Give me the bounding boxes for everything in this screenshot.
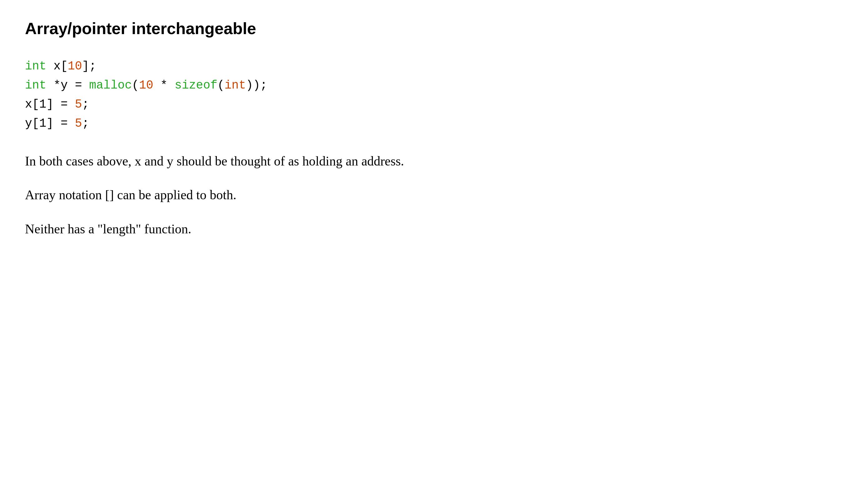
code-text: (	[132, 79, 139, 92]
code-text: ];	[82, 59, 96, 73]
page-title: Array/pointer interchangeable	[25, 19, 412, 38]
keyword-int-2: int	[25, 79, 46, 92]
code-text: x[1] =	[25, 97, 75, 111]
function-sizeof: sizeof	[175, 79, 217, 92]
number-10-1: 10	[68, 59, 82, 73]
code-text: y[1] =	[25, 117, 75, 130]
paragraph-1: In both cases above, x and y should be t…	[25, 152, 412, 171]
code-text: ));	[246, 79, 267, 92]
number-5-2: 5	[75, 117, 82, 130]
function-malloc: malloc	[89, 79, 132, 92]
code-line-4: y[1] = 5;	[25, 114, 412, 133]
code-text: ;	[82, 117, 89, 130]
code-text: ;	[82, 97, 89, 111]
code-text: *y =	[46, 79, 89, 92]
code-block: int x[10]; int *y = malloc(10 * sizeof(i…	[25, 57, 412, 133]
code-line-2: int *y = malloc(10 * sizeof(int));	[25, 76, 412, 95]
paragraph-3: Neither has a "length" function.	[25, 220, 412, 238]
code-line-1: int x[10];	[25, 57, 412, 76]
code-text: *	[153, 79, 175, 92]
keyword-int-1: int	[25, 59, 46, 73]
paragraph-2: Array notation [] can be applied to both…	[25, 186, 412, 204]
code-text: x[	[46, 59, 67, 73]
number-10-2: 10	[139, 79, 153, 92]
keyword-int-3: int	[225, 79, 246, 92]
code-line-3: x[1] = 5;	[25, 95, 412, 114]
code-text: (	[217, 79, 225, 92]
number-5-1: 5	[75, 97, 82, 111]
